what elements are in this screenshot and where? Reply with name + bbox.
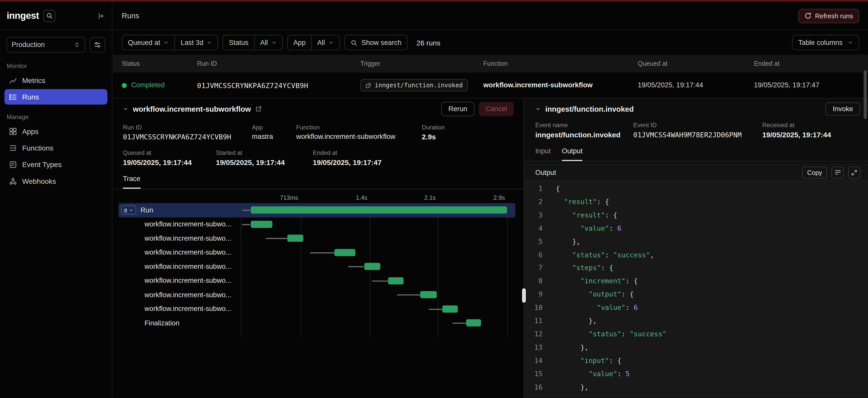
trace-row[interactable]: workflow.increment-subwo...: [118, 259, 515, 274]
trace-row[interactable]: 8Run: [118, 203, 515, 217]
tab-input[interactable]: Input: [535, 147, 551, 161]
environment-settings-button[interactable]: [90, 37, 105, 53]
step-count-badge[interactable]: 8: [121, 205, 136, 215]
invoke-button[interactable]: Invoke: [826, 102, 860, 115]
external-link-icon[interactable]: [255, 106, 262, 112]
environment-selector[interactable]: Production: [7, 37, 85, 53]
trace-delay-line: [372, 280, 388, 281]
time-range-dropdown[interactable]: Last 3d: [175, 36, 218, 50]
main-content: Runs Refresh runs Queued at Last 3d Stat…: [113, 2, 868, 398]
trace-row[interactable]: workflow.increment-subwo...: [118, 288, 515, 302]
chevron-down-icon: [129, 208, 133, 212]
column-header-ended-at[interactable]: Ended at: [754, 60, 868, 67]
collapse-section-icon[interactable]: [535, 106, 541, 112]
scrollbar-thumb[interactable]: [864, 70, 867, 119]
line-number: 12: [524, 328, 542, 341]
trace-step-name: workflow.increment-subwo...: [145, 220, 231, 228]
expand-button[interactable]: [848, 166, 860, 178]
search-button[interactable]: [43, 10, 56, 22]
trace-step-name: Finalization: [145, 319, 180, 327]
column-header-run-id[interactable]: Run ID: [197, 60, 360, 67]
main-header: Runs Refresh runs: [113, 2, 868, 30]
copy-button[interactable]: Copy: [802, 166, 827, 178]
started-at-field: Started at 19/05/2025, 19:17:44: [216, 150, 313, 167]
rerun-button[interactable]: Rerun: [441, 102, 474, 116]
function-field: Function workflow.increment-subworkflow: [296, 124, 422, 141]
column-header-function[interactable]: Function: [483, 60, 638, 67]
trace-step-label-cell: workflow.increment-subwo...: [118, 235, 241, 242]
trace-step-label-cell: 8Run: [118, 205, 241, 215]
sidebar-item-label: Runs: [22, 93, 39, 101]
trace-step-label-cell: workflow.increment-subwo...: [118, 277, 241, 285]
trace-step-label-cell: workflow.increment-subwo...: [118, 263, 241, 271]
show-search-button[interactable]: Show search: [344, 35, 408, 50]
trace-duration-bar[interactable]: [251, 221, 272, 228]
function-link[interactable]: workflow.increment-subworkflow: [296, 133, 422, 141]
run-id-value: 01JVMCSSCRYNKPA6Z724YCVB9H: [123, 133, 252, 141]
code-text: "status": "success",: [556, 249, 654, 262]
chevron-down-icon: [271, 40, 277, 45]
trace-duration-bar[interactable]: [466, 319, 481, 326]
trace-row[interactable]: Finalization: [118, 316, 515, 330]
wrap-lines-button[interactable]: [831, 166, 844, 178]
trace-duration-bar[interactable]: [388, 277, 404, 284]
column-header-trigger[interactable]: Trigger: [360, 60, 483, 67]
run-id-cell: 01JVMCSSCRYNKPA6Z724YCVB9H: [197, 81, 360, 89]
trace-duration-bar[interactable]: [287, 235, 303, 242]
queued-at-label: Queued at: [123, 150, 216, 156]
time-range-value: Last 3d: [181, 39, 203, 47]
column-header-status[interactable]: Status: [122, 60, 197, 67]
sliders-icon: [93, 41, 101, 49]
trace-duration-bar[interactable]: [334, 249, 355, 256]
queued-at-cell: 19/05/2025, 19:17:44: [638, 81, 754, 89]
collapse-section-icon[interactable]: [123, 106, 128, 112]
trace-row[interactable]: workflow.increment-subwo...: [118, 231, 515, 245]
line-number: 11: [524, 315, 542, 328]
function-name: workflow.increment-subworkflow: [483, 81, 592, 89]
line-number: 16: [524, 381, 542, 394]
received-at-value: 19/05/2025, 19:17:44: [762, 130, 857, 139]
sidebar-item-apps[interactable]: Apps: [4, 123, 107, 139]
status-filter-dropdown[interactable]: All: [254, 36, 282, 50]
trace-step-name: Run: [141, 206, 153, 214]
trace-axis-tick: 713ms: [280, 194, 301, 201]
sidebar-item-functions[interactable]: Functions: [4, 140, 107, 156]
time-field-dropdown[interactable]: Queued at: [122, 36, 175, 50]
code-text: "steps": {: [556, 262, 613, 275]
table-columns-dropdown[interactable]: Table columns: [792, 35, 859, 50]
pane-resize-handle[interactable]: [522, 288, 526, 303]
run-row[interactable]: Completed 01JVMCSSCRYNKPA6Z724YCVB9H inn…: [113, 73, 868, 98]
sidebar-item-event-types[interactable]: Event Types: [4, 157, 107, 172]
code-line: 9 "output": {: [524, 288, 868, 302]
code-text: "value": 5: [556, 368, 630, 381]
trace-row[interactable]: workflow.increment-subwo...: [118, 274, 515, 288]
sidebar-item-metrics[interactable]: Metrics: [4, 73, 107, 88]
tab-trace[interactable]: Trace: [123, 175, 141, 189]
sidebar-item-runs[interactable]: Runs: [4, 89, 107, 105]
event-tabs: Input Output: [524, 147, 868, 162]
trace-duration-bar[interactable]: [420, 291, 437, 298]
trace-row[interactable]: workflow.increment-subwo...: [118, 302, 515, 316]
trace-duration-bar[interactable]: [442, 305, 458, 312]
app-link[interactable]: mastra: [252, 133, 296, 141]
cancel-button[interactable]: Cancel: [479, 102, 514, 116]
trace-duration-bar[interactable]: [364, 263, 381, 270]
sidebar-item-webhooks[interactable]: Webhooks: [4, 173, 107, 189]
collapse-sidebar-button[interactable]: [97, 12, 105, 20]
status-badge: Completed: [131, 81, 165, 89]
code-text: "status": "success": [556, 328, 666, 341]
trace-row[interactable]: workflow.increment-subwo...: [118, 217, 515, 231]
run-detail-tabs: Trace: [113, 175, 524, 189]
refresh-runs-button[interactable]: Refresh runs: [798, 9, 859, 23]
trace-row[interactable]: workflow.increment-subwo...: [118, 245, 515, 260]
trace-duration-bar[interactable]: [251, 206, 507, 213]
line-number: 10: [524, 302, 542, 315]
code-line: 5 },: [524, 236, 868, 249]
column-header-queued-at[interactable]: Queued at: [638, 60, 754, 67]
code-text: },: [556, 315, 597, 328]
trigger-chip[interactable]: inngest/function.invoked: [360, 79, 468, 91]
trace-delay-line: [242, 224, 250, 225]
code-text: "value": 6: [556, 302, 638, 315]
tab-output[interactable]: Output: [562, 147, 583, 161]
app-filter-dropdown[interactable]: All: [311, 36, 339, 50]
